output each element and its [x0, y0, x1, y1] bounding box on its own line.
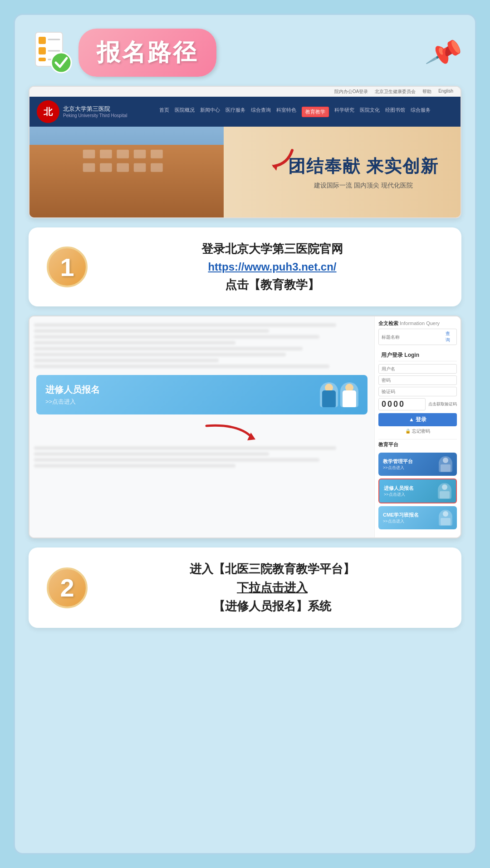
- step2-line3: 【进修人员报名】系统: [101, 598, 443, 614]
- pin-icon: 📌: [424, 33, 465, 73]
- registration-label: 进修人员报名: [384, 485, 414, 492]
- edu-sidebar: 全文检索 Information Query 查询 用户登录 Login 000…: [374, 316, 461, 538]
- top-link-help[interactable]: 帮助: [422, 89, 431, 95]
- teaching-mgmt-btn[interactable]: 教学管理平台 >>点击进入: [378, 453, 457, 476]
- get-captcha-btn[interactable]: 点击获取验证码: [428, 401, 457, 407]
- svg-marker-18: [272, 165, 278, 171]
- logo-emblem: 北: [37, 100, 59, 123]
- hospital-name-cn: 北京大学第三医院: [63, 105, 127, 113]
- registration-sub: >>点击进入: [384, 492, 414, 498]
- svg-rect-16: [134, 163, 146, 172]
- svg-rect-12: [151, 150, 163, 158]
- nav-research[interactable]: 科学研究: [334, 107, 354, 117]
- hero-main-text: 团结奉献 来实创新: [288, 155, 439, 178]
- teaching-mgmt-sub: >>点击进入: [383, 465, 413, 471]
- captcha-code: 0000: [378, 398, 426, 410]
- search-input[interactable]: [382, 335, 446, 340]
- edu-platform-label: 教育平台: [378, 439, 457, 450]
- cme-sub: >>点击进入: [383, 518, 419, 524]
- nav-library[interactable]: 经图书馆: [385, 107, 405, 117]
- registration-btn[interactable]: 进修人员报名 >>点击进入: [378, 478, 457, 503]
- hospital-website-screenshot: 院内办公OA登录 北京卫生健康委员会 帮助 English 北 北京大学第三医院…: [29, 86, 461, 218]
- hero-text-area: 团结奉献 来实创新 建设国际一流 国内顶尖 现代化医院: [288, 155, 439, 190]
- captcha-row: 0000 点击获取验证码: [378, 398, 457, 410]
- cme-figure: [439, 510, 452, 526]
- nav-news[interactable]: 新闻中心: [200, 107, 220, 117]
- login-title: 用户登录 Login: [378, 350, 457, 361]
- svg-point-7: [51, 53, 71, 73]
- sidebar-search-section: 全文检索 Information Query 查询: [378, 320, 457, 345]
- registration-figure: [438, 483, 451, 499]
- search-label: 全文检索 Information Query: [378, 320, 457, 327]
- top-link-health[interactable]: 北京卫生健康委员会: [375, 89, 416, 95]
- step1-line1: 登录北京大学第三医院官网: [101, 241, 443, 257]
- svg-rect-14: [100, 163, 112, 172]
- nav-education[interactable]: 教育教学: [302, 107, 329, 117]
- blurred-content-2: [34, 446, 370, 468]
- svg-rect-2: [39, 47, 46, 54]
- building-block: [29, 145, 224, 217]
- svg-rect-10: [117, 150, 129, 158]
- site-logo: 北 北京大学第三医院 Peking University Third Hospi…: [37, 100, 127, 123]
- nav-query[interactable]: 综合查询: [251, 107, 271, 117]
- captcha-input[interactable]: [378, 387, 457, 396]
- site-hero: 团结奉献 来实创新 建设国际一流 国内顶尖 现代化医院: [29, 127, 461, 217]
- nav-overview[interactable]: 医院概况: [175, 107, 195, 117]
- svg-rect-13: [83, 163, 95, 172]
- step1-action: 点击【教育教学】: [101, 277, 443, 293]
- hospital-name-en: Peking University Third Hospital: [63, 113, 127, 118]
- login-button[interactable]: ▲ 登录: [378, 413, 457, 426]
- registration-banner[interactable]: 进修人员报名 >>点击进入: [36, 375, 368, 414]
- site-nav: 北 北京大学第三医院 Peking University Third Hospi…: [29, 97, 461, 127]
- svg-rect-11: [134, 150, 146, 158]
- checklist-icon: [29, 30, 74, 75]
- svg-rect-15: [117, 163, 129, 172]
- edu-platform-screenshot: 进修人员报名 >>点击进入: [29, 316, 461, 538]
- username-input[interactable]: [378, 364, 457, 374]
- nav-links: 首页 医院概况 新闻中心 医疗服务 综合查询 科室特色 教育教学 科学研究 医院…: [137, 107, 453, 117]
- nav-culture[interactable]: 医院文化: [360, 107, 380, 117]
- step2-line2: 下拉点击进入: [101, 580, 443, 596]
- step2-line1: 进入【北医三院教育教学平台】: [101, 561, 443, 577]
- doctor-2: [340, 382, 358, 407]
- banner-subtext: >>点击进入: [45, 398, 100, 406]
- nav-medical[interactable]: 医疗服务: [225, 107, 245, 117]
- search-box[interactable]: 查询: [378, 329, 457, 345]
- title-banner: 报名路径: [78, 29, 216, 77]
- teaching-figure: [439, 456, 452, 472]
- top-link-english[interactable]: English: [438, 89, 453, 95]
- page-container: 报名路径 📌 院内办公OA登录 北京卫生健康委员会 帮助 English 北 北…: [14, 14, 476, 854]
- cme-label: CME学习班报名: [383, 512, 419, 518]
- hero-sub-text: 建设国际一流 国内顶尖 现代化医院: [288, 182, 439, 190]
- top-link-oa[interactable]: 院内办公OA登录: [334, 89, 368, 95]
- nav-general[interactable]: 综合服务: [411, 107, 431, 117]
- step1-card: 1 登录北京大学第三医院官网 https://www.puh3.net.cn/ …: [29, 227, 461, 306]
- teaching-mgmt-label: 教学管理平台: [383, 458, 413, 465]
- password-input[interactable]: [378, 375, 457, 385]
- site-top-bar: 院内办公OA登录 北京卫生健康委员会 帮助 English: [29, 87, 461, 97]
- svg-rect-1: [39, 37, 46, 44]
- sidebar-login-section: 用户登录 Login 0000 点击获取验证码 ▲ 登录 🔒 忘记密码: [378, 350, 457, 434]
- step2-text: 进入【北医三院教育教学平台】 下拉点击进入 【进修人员报名】系统: [101, 561, 443, 614]
- nav-dept[interactable]: 科室特色: [276, 107, 296, 117]
- svg-rect-17: [151, 163, 163, 172]
- sidebar-arrow: [202, 421, 256, 444]
- banner-title: 进修人员报名: [45, 384, 100, 396]
- step1-text: 登录北京大学第三医院官网 https://www.puh3.net.cn/ 点击…: [101, 241, 443, 293]
- edu-main-content: 进修人员报名 >>点击进入: [29, 316, 374, 538]
- hero-building: [29, 127, 224, 217]
- search-btn[interactable]: 查询: [446, 330, 454, 343]
- svg-rect-3: [39, 58, 46, 61]
- nav-home[interactable]: 首页: [159, 107, 169, 117]
- step1-number: 1: [47, 247, 88, 287]
- forgot-password-link[interactable]: 🔒 忘记密码: [378, 428, 457, 434]
- cme-btn[interactable]: CME学习班报名 >>点击进入: [378, 506, 457, 529]
- svg-rect-8: [83, 150, 95, 158]
- svg-rect-9: [100, 150, 112, 158]
- step1-url[interactable]: https://www.puh3.net.cn/: [101, 261, 443, 273]
- step2-card: 2 进入【北医三院教育教学平台】 下拉点击进入 【进修人员报名】系统: [29, 547, 461, 628]
- doctor-figures: [320, 382, 358, 407]
- search-placeholder: Information Query: [400, 321, 440, 326]
- doctor-1: [320, 382, 338, 407]
- header-section: 报名路径 📌: [29, 29, 461, 77]
